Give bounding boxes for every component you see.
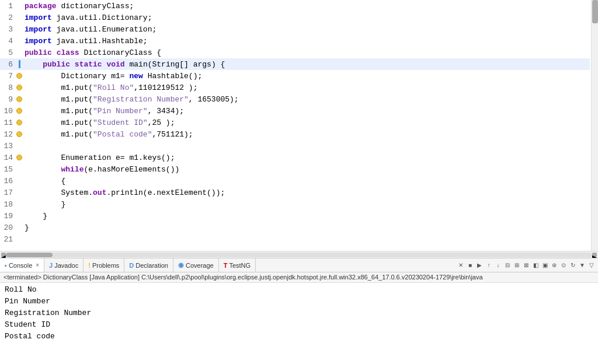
code-line: 6 public static void main(String[] args)…	[0, 58, 590, 70]
code-line: 12 m1.put("Postal code",751121);	[0, 128, 590, 140]
code-segment: static	[75, 60, 102, 69]
code-segment: void	[106, 60, 124, 69]
code-content: m1.put("Pin Number", 3434);	[22, 107, 184, 116]
code-line: 5public class DictionaryClass {	[0, 47, 590, 58]
console-output-line: Pin Number	[5, 296, 593, 307]
code-segment: m1.put(	[25, 118, 93, 127]
line-number: 5	[0, 48, 16, 57]
code-content: import java.util.Hashtable;	[22, 37, 148, 46]
console-output-line: Student ID	[5, 319, 593, 331]
tab-problems[interactable]: !Problems	[84, 258, 124, 272]
toolbar-btn-3[interactable]: ↑	[485, 261, 493, 270]
code-segment: public	[43, 60, 70, 69]
code-segment: Enumeration e= m1.keys();	[25, 153, 175, 162]
code-segment	[52, 48, 57, 57]
code-segment: import	[25, 25, 52, 34]
tab-declaration[interactable]: DDeclaration	[124, 258, 173, 272]
code-segment: new	[129, 72, 142, 80]
tab-testng[interactable]: TTestNG	[219, 258, 256, 272]
toolbar-btn-1[interactable]: ■	[466, 261, 474, 270]
vertical-scroll-thumb[interactable]	[592, 0, 598, 23]
code-content: Dictionary m1= new Hashtable();	[22, 72, 202, 80]
toolbar-btn-11[interactable]: ⊙	[559, 261, 568, 270]
code-line: 13	[0, 140, 590, 152]
toolbar-btn-6[interactable]: ⊞	[513, 261, 521, 270]
toolbar-btn-0[interactable]: ✕	[457, 261, 465, 270]
code-line: 15 while(e.hasMoreElements())	[0, 163, 590, 175]
console-output-line: Roll No	[5, 284, 593, 296]
toolbar-btn-9[interactable]: ▣	[541, 261, 549, 270]
code-segment: m1.put(	[25, 83, 93, 92]
code-segment: "Postal code"	[93, 130, 152, 139]
toolbar-btn-10[interactable]: ⊛	[550, 261, 558, 270]
toolbar-btn-13[interactable]: ▼	[578, 261, 586, 270]
line-indicator	[16, 35, 22, 47]
code-line: 11 m1.put("Student ID",25 );	[0, 117, 590, 128]
vertical-scrollbar[interactable]	[591, 0, 598, 251]
breakpoint-indicator	[16, 96, 22, 102]
code-line: 1package dictionaryClass;	[0, 0, 590, 12]
code-segment: , 1653005);	[189, 95, 239, 104]
line-indicator	[16, 58, 22, 70]
line-number: 7	[0, 72, 16, 80]
code-line: 4import java.util.Hashtable;	[0, 35, 590, 47]
line-number: 15	[0, 165, 16, 174]
code-segment: }	[25, 200, 65, 209]
code-line: 3import java.util.Enumeration;	[0, 23, 590, 35]
code-segment: "Pin Number"	[93, 107, 148, 116]
code-content: }	[22, 212, 47, 220]
tab-label-declaration: Declaration	[135, 262, 168, 269]
line-number: 19	[0, 212, 16, 220]
toolbar-btn-12[interactable]: ↻	[569, 261, 577, 270]
line-indicator	[16, 128, 22, 140]
line-indicator	[16, 105, 22, 117]
toolbar-btn-8[interactable]: ◧	[531, 261, 540, 270]
h-scroll-track[interactable]	[6, 253, 592, 257]
code-content: m1.put("Student ID",25 );	[22, 118, 175, 127]
toolbar-btn-2[interactable]: ▶	[475, 261, 484, 270]
toolbar-btn-7[interactable]: ⊠	[522, 261, 530, 270]
tab-coverage[interactable]: ◉Coverage	[173, 258, 219, 272]
code-line: 18 }	[0, 198, 590, 210]
h-scroll-thumb[interactable]	[6, 253, 53, 257]
h-scroll-right[interactable]: ▶	[592, 253, 597, 257]
code-line: 20}	[0, 222, 590, 233]
active-line-indicator	[19, 60, 20, 68]
line-number: 14	[0, 153, 16, 162]
line-number: 20	[0, 223, 16, 232]
tab-label-console: Console	[9, 262, 32, 269]
line-indicator	[16, 23, 22, 35]
toolbar-btn-4[interactable]: ↓	[494, 261, 502, 270]
breakpoint-indicator	[16, 85, 22, 90]
code-segment: System.	[25, 188, 93, 197]
tabs-bar: ▪Console×JJavadoc!ProblemsDDeclaration◉C…	[0, 258, 598, 272]
toolbar-btn-5[interactable]: ⊟	[503, 261, 512, 270]
line-indicator	[16, 82, 22, 93]
code-content: while(e.hasMoreElements())	[22, 165, 179, 174]
console-status-bar: <terminated> DictionaryClass [Java Appli…	[0, 272, 598, 283]
tab-console[interactable]: ▪Console×	[0, 258, 44, 272]
code-content: System.out.println(e.nextElement());	[22, 188, 225, 197]
line-number: 2	[0, 13, 16, 22]
h-scroll-left[interactable]: ◀	[1, 253, 6, 257]
toolbar-btn-14[interactable]: ▽	[587, 261, 596, 270]
code-segment: m1.put(	[25, 130, 93, 139]
code-content: public class DictionaryClass {	[22, 48, 161, 57]
breakpoint-indicator	[16, 73, 22, 79]
line-number: 10	[0, 107, 16, 116]
horizontal-scrollbar[interactable]: ◀ ▶	[0, 251, 598, 258]
code-segment: ,751121);	[152, 130, 193, 139]
console-output-line: Postal code	[5, 331, 593, 342]
code-segment: m1.put(	[25, 107, 93, 116]
console-area: <terminated> DictionaryClass [Java Appli…	[0, 272, 598, 364]
code-segment: java.util.Hashtable;	[52, 37, 148, 46]
line-indicator	[16, 152, 22, 163]
line-number: 8	[0, 83, 16, 92]
code-content: m1.put("Registration Number", 1653005);	[22, 95, 239, 104]
code-segment: "Registration Number"	[93, 95, 189, 104]
code-line: 7 Dictionary m1= new Hashtable();	[0, 70, 590, 82]
line-indicator	[16, 163, 22, 175]
tab-close-console[interactable]: ×	[36, 262, 39, 268]
line-number: 6	[0, 60, 16, 69]
tab-javadoc[interactable]: JJavadoc	[44, 258, 84, 272]
